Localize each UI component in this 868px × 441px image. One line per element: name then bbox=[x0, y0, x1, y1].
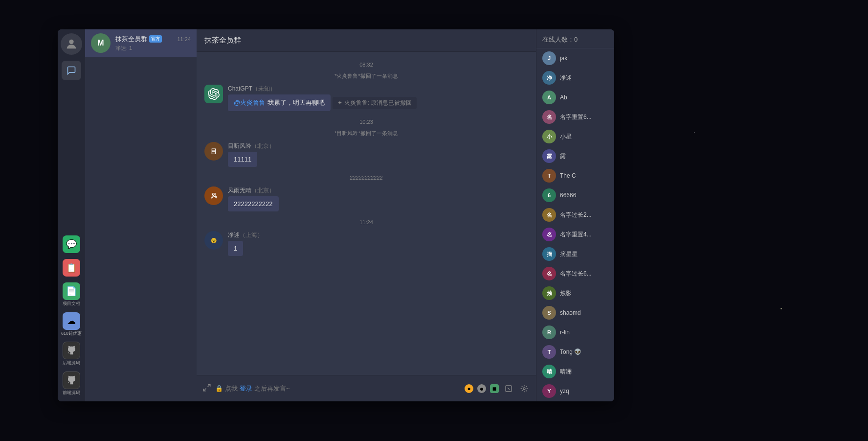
member-name: 烛影 bbox=[560, 289, 572, 298]
member-avatar: 名 bbox=[542, 228, 556, 241]
online-member-item[interactable]: 名 名字重置6... bbox=[536, 107, 614, 127]
member-name: shaomd bbox=[560, 309, 581, 316]
online-member-item[interactable]: 6 66666 bbox=[536, 186, 614, 205]
timestamp-0832: 08:32 bbox=[204, 62, 528, 68]
input-placeholder[interactable]: 🔒 点我 登录 之后再发言~ bbox=[215, 384, 461, 393]
app-red[interactable]: 📋 bbox=[61, 259, 82, 277]
chat-item-body: 抹茶全员群 官方 11:24 净迷: 1 bbox=[115, 35, 191, 52]
message-row-jingmi: 😵 净迷（上海） 1 bbox=[204, 231, 528, 256]
online-member-item[interactable]: 小 小星 bbox=[536, 127, 614, 146]
input-toolbar-icons: ● ● ■ bbox=[465, 383, 530, 395]
app-backend-label: 后端源码 bbox=[63, 360, 80, 366]
chat-header: 抹茶全员群 bbox=[197, 29, 536, 52]
chat-title: 抹茶全员群 bbox=[204, 36, 241, 45]
online-member-item[interactable]: 烛 烛影 bbox=[536, 283, 614, 303]
emoji-btn[interactable]: ● bbox=[465, 384, 473, 393]
member-avatar: T bbox=[542, 169, 556, 183]
chat-list-panel: M 抹茶全员群 官方 11:24 净迷: 1 bbox=[85, 29, 197, 401]
timestamp-1103: 22222222222 bbox=[204, 175, 528, 181]
toolbar-btn-5[interactable] bbox=[518, 383, 530, 395]
app-backend[interactable]: 后端源码 bbox=[61, 342, 82, 366]
login-link[interactable]: 登录 bbox=[240, 384, 252, 393]
input-left-icon[interactable] bbox=[202, 383, 211, 394]
toolbar-btn-4[interactable] bbox=[503, 383, 514, 395]
jingmi-avatar: 😵 bbox=[204, 231, 223, 250]
chat-item-preview: 净迷: 1 bbox=[115, 45, 191, 52]
app-deals[interactable]: ☁ 618超优惠 bbox=[61, 312, 82, 336]
member-name: 66666 bbox=[560, 192, 576, 199]
system-msg-2: *目听风吟*撤回了一条消息 bbox=[204, 130, 528, 137]
main-chat: 抹茶全员群 08:32 *火炎鲁鲁*撤回了一条消息 ChatGPT（未知） bbox=[197, 29, 536, 401]
svg-line-1 bbox=[208, 384, 210, 387]
official-badge: 官方 bbox=[149, 35, 162, 43]
app-frontend[interactable]: 前端源码 bbox=[61, 371, 82, 395]
online-member-item[interactable]: A Ab bbox=[536, 88, 614, 107]
input-area: 🔒 点我 登录 之后再发言~ ● ● ■ bbox=[197, 375, 536, 401]
member-avatar: T bbox=[542, 345, 556, 359]
app-docs[interactable]: 📄 项目文档 bbox=[61, 282, 82, 306]
member-name: 晴澜 bbox=[560, 368, 572, 376]
jingmi-sender: 净迷（上海） bbox=[228, 231, 528, 239]
member-avatar: A bbox=[542, 91, 556, 104]
member-avatar: Y bbox=[542, 384, 556, 398]
online-member-item[interactable]: 不 不二 bbox=[536, 401, 614, 401]
app-wechat[interactable]: 💬 bbox=[61, 235, 82, 253]
recalled-msg: ✦ 火炎鲁鲁: 原消息已被撤回 bbox=[333, 97, 417, 109]
member-avatar: J bbox=[542, 51, 556, 65]
chat-item-header: 抹茶全员群 官方 11:24 bbox=[115, 35, 191, 44]
toolbar-btn-2[interactable]: ● bbox=[477, 384, 486, 393]
app-window: 💬 📋 📄 项目文档 ☁ 618超优惠 后端源 bbox=[58, 29, 614, 401]
chatgpt-content: ChatGPT（未知） @火炎鲁鲁 我累了，明天再聊吧 ✦ 火炎鲁鲁: 原消息已… bbox=[228, 85, 528, 111]
timestamp-1124: 11:24 bbox=[204, 219, 528, 225]
message-row-muting: 目 目听风吟（北京） 11111 bbox=[204, 142, 528, 167]
left-sidebar: 💬 📋 📄 项目文档 ☁ 618超优惠 后端源 bbox=[58, 29, 85, 401]
toolbar-btn-3[interactable]: ■ bbox=[490, 384, 499, 393]
jingmi-content: 净迷（上海） 1 bbox=[228, 231, 528, 256]
online-member-item[interactable]: Y yzq bbox=[536, 381, 614, 401]
online-member-item[interactable]: 名 名字过长6... bbox=[536, 264, 614, 283]
app-deals-label: 618超优惠 bbox=[61, 331, 82, 336]
muting-avatar: 目 bbox=[204, 142, 223, 161]
online-member-item[interactable]: R r-lin bbox=[536, 323, 614, 342]
member-avatar: S bbox=[542, 306, 556, 320]
online-member-item[interactable]: 名 名字过长2... bbox=[536, 205, 614, 225]
input-prefix-text: 点我 bbox=[225, 384, 238, 393]
message-icon-btn[interactable] bbox=[62, 61, 81, 80]
message-row-fengyuwuqing: 风 风雨无晴（北京） 22222222222 bbox=[204, 186, 528, 211]
member-avatar: 名 bbox=[542, 208, 556, 222]
input-suffix-text: 之后再发言~ bbox=[254, 384, 290, 393]
chat-item-name-row: 抹茶全员群 官方 bbox=[115, 35, 162, 44]
jingmi-bubble: 1 bbox=[228, 241, 243, 256]
chatgpt-bubble: @火炎鲁鲁 我累了，明天再聊吧 bbox=[228, 94, 331, 111]
online-member-item[interactable]: S shaomd bbox=[536, 303, 614, 323]
member-avatar: 6 bbox=[542, 188, 556, 202]
online-member-item[interactable]: 晴 晴澜 bbox=[536, 362, 614, 381]
member-name: 名字重置4... bbox=[560, 231, 592, 239]
fengyuwuqing-sender: 风雨无晴（北京） bbox=[228, 186, 528, 195]
member-name: 净迷 bbox=[560, 74, 572, 82]
online-member-item[interactable]: 露 露 bbox=[536, 146, 614, 166]
svg-line-4 bbox=[508, 388, 510, 390]
member-name: 名字过长6... bbox=[560, 270, 592, 278]
online-member-item[interactable]: 名 名字重置4... bbox=[536, 225, 614, 244]
svg-point-0 bbox=[69, 40, 73, 44]
online-member-item[interactable]: 摘 摘星星 bbox=[536, 244, 614, 264]
chatgpt-avatar bbox=[204, 85, 223, 103]
muting-bubble: 11111 bbox=[228, 152, 257, 167]
member-name: 名字重置6... bbox=[560, 113, 592, 121]
member-name: 名字过长2... bbox=[560, 211, 592, 219]
member-name: yzq bbox=[560, 388, 569, 395]
online-member-item[interactable]: T The C bbox=[536, 166, 614, 186]
chat-list-item-matcha[interactable]: M 抹茶全员群 官方 11:24 净迷: 1 bbox=[85, 29, 197, 57]
member-avatar: 名 bbox=[542, 110, 556, 124]
members-list: J jak 净 净迷 A Ab 名 名字重置6... 小 小星 露 露 T Th… bbox=[536, 48, 614, 401]
user-avatar[interactable] bbox=[61, 33, 82, 55]
messages-area: 08:32 *火炎鲁鲁*撤回了一条消息 ChatGPT（未知） @火炎鲁鲁 我累… bbox=[197, 52, 536, 375]
online-member-item[interactable]: 净 净迷 bbox=[536, 68, 614, 88]
online-member-item[interactable]: T Tong 👽 bbox=[536, 342, 614, 362]
member-avatar: 烛 bbox=[542, 286, 556, 300]
fengyuwuqing-avatar: 风 bbox=[204, 186, 223, 205]
muting-sender: 目听风吟（北京） bbox=[228, 142, 528, 150]
online-member-item[interactable]: J jak bbox=[536, 48, 614, 68]
online-header: 在线人数：0 bbox=[536, 35, 614, 48]
